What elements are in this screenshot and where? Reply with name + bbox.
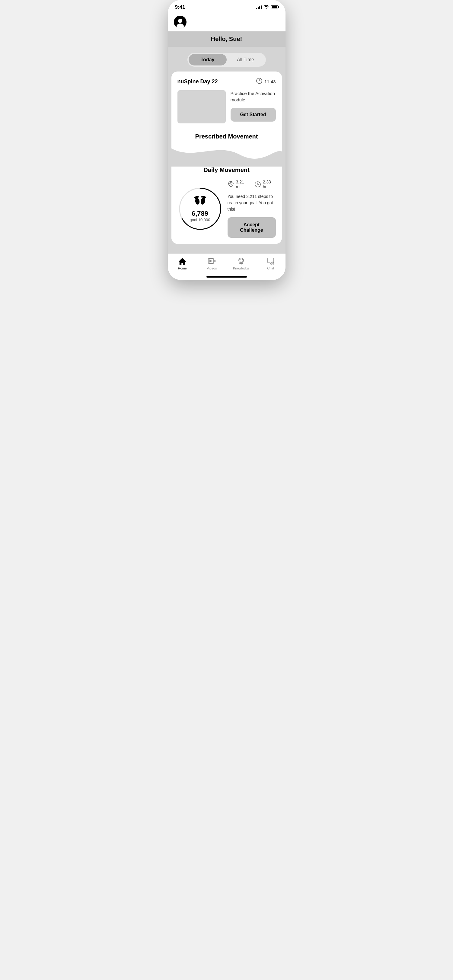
prescribed-movement-section: nuSpine Day 22 11:43 [171, 72, 282, 140]
svg-marker-26 [214, 260, 215, 262]
svg-point-13 [198, 196, 199, 197]
phone-frame: 9:41 [168, 0, 286, 280]
toggle-pill: Today All Time [187, 53, 266, 67]
thumbnail-placeholder [177, 90, 226, 123]
status-time: 9:41 [175, 4, 185, 10]
greeting-banner: Hello, Sue! [168, 31, 286, 47]
status-icons [256, 5, 278, 10]
description-text: Practice the Activation module. [231, 90, 276, 103]
home-bar [206, 276, 247, 278]
steps-goal: goal 10,000 [190, 218, 211, 222]
movement-content: 6,789 goal 10,000 [177, 180, 276, 238]
stats-row: 3.21 mi 2.33 hr [228, 180, 276, 189]
movement-info: 3.21 mi 2.33 hr [228, 180, 276, 238]
bottom-nav: Home Videos [168, 253, 286, 276]
card-header: nuSpine Day 22 11:43 [177, 78, 276, 85]
nav-label-chat: Chat [267, 266, 274, 270]
wifi-icon [263, 5, 269, 10]
knowledge-icon [237, 257, 246, 265]
duration-icon [254, 181, 261, 188]
wave-divider [171, 142, 282, 167]
card-time: 11:43 [264, 79, 276, 84]
daily-movement-title: Daily Movement [177, 167, 276, 173]
nav-label-knowledge: Knowledge [233, 266, 249, 270]
clock-icon [256, 78, 263, 85]
distance-value: 3.21 mi [236, 180, 250, 189]
svg-point-30 [239, 259, 241, 260]
nav-item-home[interactable]: Home [173, 257, 191, 270]
distance-stat: 3.21 mi [228, 180, 250, 189]
greeting-text: Hello, Sue! [211, 36, 242, 42]
circle-inner: 6,789 goal 10,000 [177, 186, 223, 231]
battery-icon [271, 5, 278, 10]
nav-label-home: Home [178, 266, 187, 270]
prescribed-movement-title: Prescribed Movement [177, 128, 276, 140]
duration-value: 2.33 hr [263, 180, 276, 189]
movement-message: You need 3,211 steps to reach your goal.… [228, 193, 276, 212]
profile-section [168, 13, 286, 31]
chat-icon [266, 257, 275, 265]
card-title: nuSpine Day 22 [177, 78, 218, 85]
videos-icon [207, 257, 216, 265]
nav-item-knowledge[interactable]: Knowledge [232, 257, 250, 270]
toggle-section: Today All Time [168, 47, 286, 72]
content-row: Practice the Activation module. Get Star… [177, 90, 276, 123]
svg-point-21 [230, 183, 231, 185]
svg-point-31 [242, 259, 243, 260]
get-started-button[interactable]: Get Started [231, 108, 276, 122]
signal-bars-icon [256, 5, 262, 10]
card-description: Practice the Activation module. Get Star… [231, 90, 276, 123]
svg-marker-28 [211, 260, 212, 262]
footsteps-icon [193, 195, 207, 208]
nav-label-videos: Videos [207, 266, 217, 270]
svg-point-19 [201, 196, 202, 197]
home-indicator [168, 276, 286, 280]
home-icon [178, 257, 187, 265]
svg-point-18 [202, 196, 203, 197]
avatar[interactable] [174, 16, 187, 29]
main-card: nuSpine Day 22 11:43 [171, 72, 282, 244]
daily-movement-section: Daily Movement [171, 167, 282, 244]
tab-today[interactable]: Today [189, 54, 226, 65]
duration-stat: 2.33 hr [254, 180, 276, 189]
nav-item-videos[interactable]: Videos [203, 257, 221, 270]
status-bar: 9:41 [168, 0, 286, 13]
svg-point-12 [196, 196, 198, 197]
svg-point-1 [178, 19, 182, 23]
time-badge: 11:43 [256, 78, 276, 85]
scroll-container[interactable]: Today All Time nuSpine Day 22 [168, 47, 286, 253]
nav-item-chat[interactable]: Chat [262, 257, 280, 270]
steps-count: 6,789 [191, 210, 208, 218]
accept-challenge-button[interactable]: Accept Challenge [228, 217, 276, 238]
distance-icon [228, 181, 234, 188]
steps-circle: 6,789 goal 10,000 [177, 186, 223, 231]
tab-all-time[interactable]: All Time [226, 54, 265, 65]
